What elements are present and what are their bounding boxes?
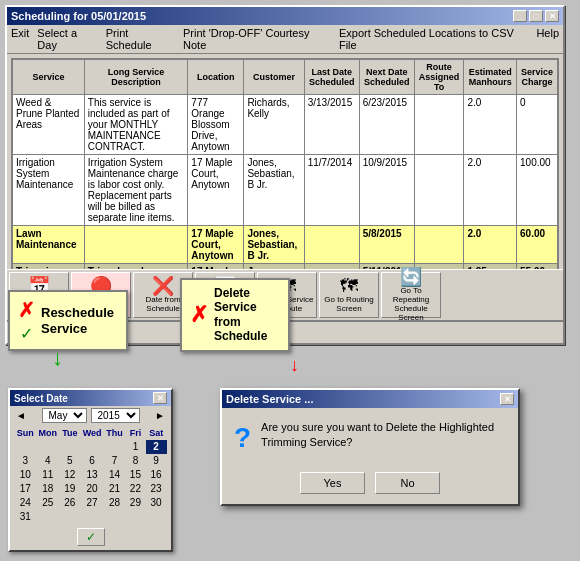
- cal-day[interactable]: [36, 510, 59, 524]
- repeat-label: Go To Repeating Schedule Screen: [384, 286, 438, 322]
- cal-day[interactable]: 10: [15, 468, 37, 482]
- menu-help[interactable]: Help: [536, 27, 559, 51]
- cal-day[interactable]: 21: [104, 482, 125, 496]
- cell-description: [84, 226, 188, 264]
- cal-day[interactable]: 3: [15, 454, 37, 468]
- cal-day[interactable]: [146, 510, 167, 524]
- table-row[interactable]: Weed & Prune Planted Areas This service …: [13, 95, 558, 155]
- reschedule-check-icon: ✓: [20, 324, 33, 343]
- close-button[interactable]: ✕: [545, 10, 559, 22]
- cal-day[interactable]: [104, 510, 125, 524]
- cell-customer: Richards, Kelly: [244, 95, 304, 155]
- calendar-window-controls: ✕: [153, 392, 167, 404]
- cal-day[interactable]: 14: [104, 468, 125, 482]
- dialog-message: Are you sure you want to Delete the High…: [261, 420, 506, 451]
- cell-next-date: 10/9/2015: [359, 155, 414, 226]
- cell-next-date: 6/23/2015: [359, 95, 414, 155]
- cal-day[interactable]: [15, 440, 37, 454]
- cell-manhours: 2.0: [464, 95, 517, 155]
- tooltip-delete-label: Delete Service from Schedule: [214, 286, 267, 344]
- calendar-month-select[interactable]: May: [42, 408, 87, 423]
- menu-bar: Exit Select a Day Print Schedule Print '…: [7, 25, 563, 54]
- dialog-yes-button[interactable]: Yes: [300, 472, 365, 494]
- col-service: Service: [13, 60, 85, 95]
- table-row[interactable]: Irrigation System Maintenance Irrigation…: [13, 155, 558, 226]
- cal-day[interactable]: 19: [60, 482, 81, 496]
- menu-print-schedule[interactable]: Print Schedule: [106, 27, 175, 51]
- cal-day[interactable]: [36, 440, 59, 454]
- delete-x-icon: ✗: [190, 302, 208, 328]
- cal-day[interactable]: 25: [36, 496, 59, 510]
- cal-day[interactable]: 18: [36, 482, 59, 496]
- calendar-next-button[interactable]: ►: [155, 410, 165, 421]
- cal-day[interactable]: 13: [80, 468, 104, 482]
- calendar-year-select[interactable]: 2015: [91, 408, 140, 423]
- menu-exit[interactable]: Exit: [11, 27, 29, 51]
- menu-export-csv[interactable]: Export Scheduled Locations to CSV File: [339, 27, 528, 51]
- cal-day[interactable]: [125, 510, 146, 524]
- cal-day[interactable]: 8: [125, 454, 146, 468]
- menu-select-day[interactable]: Select a Day: [37, 27, 97, 51]
- cal-day[interactable]: 31: [15, 510, 37, 524]
- calendar-prev-button[interactable]: ◄: [16, 410, 26, 421]
- cal-day[interactable]: 11: [36, 468, 59, 482]
- routing-screen-button[interactable]: 🗺 Go to Routing Screen: [319, 272, 379, 318]
- dialog-no-button[interactable]: No: [375, 472, 440, 494]
- dialog-titlebar: Delete Service ... ✕: [222, 390, 518, 408]
- cal-day[interactable]: 28: [104, 496, 125, 510]
- cal-day[interactable]: [80, 440, 104, 454]
- cal-day[interactable]: 7: [104, 454, 125, 468]
- menu-print-dropoff[interactable]: Print 'Drop-OFF' Courtesy Note: [183, 27, 331, 51]
- cell-description: Irrigation System Maintenance charge is …: [84, 155, 188, 226]
- cal-week-2: 3 4 5 6 7 8 9: [15, 454, 167, 468]
- cal-day[interactable]: 9: [146, 454, 167, 468]
- cal-day[interactable]: [60, 510, 81, 524]
- cal-day[interactable]: 24: [15, 496, 37, 510]
- cell-manhours: 2.0: [464, 155, 517, 226]
- maximize-button[interactable]: □: [529, 10, 543, 22]
- cal-day[interactable]: 30: [146, 496, 167, 510]
- cell-manhours: 2.0: [464, 226, 517, 264]
- cal-day[interactable]: [104, 440, 125, 454]
- col-location: Location: [188, 60, 244, 95]
- cell-description: This service is included as part of your…: [84, 95, 188, 155]
- cell-service: Irrigation System Maintenance: [13, 155, 85, 226]
- cal-day[interactable]: [60, 440, 81, 454]
- cal-day[interactable]: 5: [60, 454, 81, 468]
- col-route: Route Assigned To: [414, 60, 464, 95]
- cal-day[interactable]: [80, 510, 104, 524]
- delete-line4: Schedule: [214, 329, 267, 343]
- cal-day[interactable]: 4: [36, 454, 59, 468]
- minimize-button[interactable]: _: [513, 10, 527, 22]
- col-manhours: Estimated Manhours: [464, 60, 517, 95]
- dialog-close-button[interactable]: ✕: [500, 393, 514, 405]
- cal-day[interactable]: 22: [125, 482, 146, 496]
- calendar-close-button[interactable]: ✕: [153, 392, 167, 404]
- cal-day[interactable]: 12: [60, 468, 81, 482]
- cal-day[interactable]: 26: [60, 496, 81, 510]
- cell-last-date: 11/7/2014: [304, 155, 359, 226]
- repeating-schedule-button[interactable]: 🔄 Go To Repeating Schedule Screen: [381, 272, 441, 318]
- cal-day[interactable]: 15: [125, 468, 146, 482]
- calendar-ok-button[interactable]: ✓: [77, 528, 105, 546]
- cal-day[interactable]: 2: [146, 440, 167, 454]
- cal-day[interactable]: 16: [146, 468, 167, 482]
- cell-location: 17 Maple Court, Anytown: [188, 155, 244, 226]
- window-controls: _ □ ✕: [513, 10, 559, 22]
- cal-day[interactable]: 6: [80, 454, 104, 468]
- calendar-popup[interactable]: Select Date ✕ ◄ May 2015 ► Sun Mon Tue W…: [8, 388, 173, 552]
- cal-day[interactable]: 27: [80, 496, 104, 510]
- cell-customer: Jones, Sebastian, B Jr.: [244, 155, 304, 226]
- cal-day[interactable]: 23: [146, 482, 167, 496]
- cal-week-1: 1 2: [15, 440, 167, 454]
- green-arrow-down: ↓: [52, 345, 63, 371]
- table-row[interactable]: Lawn Maintenance 17 Maple Court, Anytown…: [13, 226, 558, 264]
- cal-day[interactable]: 1: [125, 440, 146, 454]
- cell-location: 17 Maple Court, Anytown: [188, 226, 244, 264]
- calendar-title-label: Select Date: [14, 393, 68, 404]
- cal-day[interactable]: 20: [80, 482, 104, 496]
- red-arrow-down: ↓: [290, 355, 299, 376]
- cal-day[interactable]: 17: [15, 482, 37, 496]
- cal-day[interactable]: 29: [125, 496, 146, 510]
- tooltip-delete: ✗ Delete Service from Schedule: [180, 278, 290, 352]
